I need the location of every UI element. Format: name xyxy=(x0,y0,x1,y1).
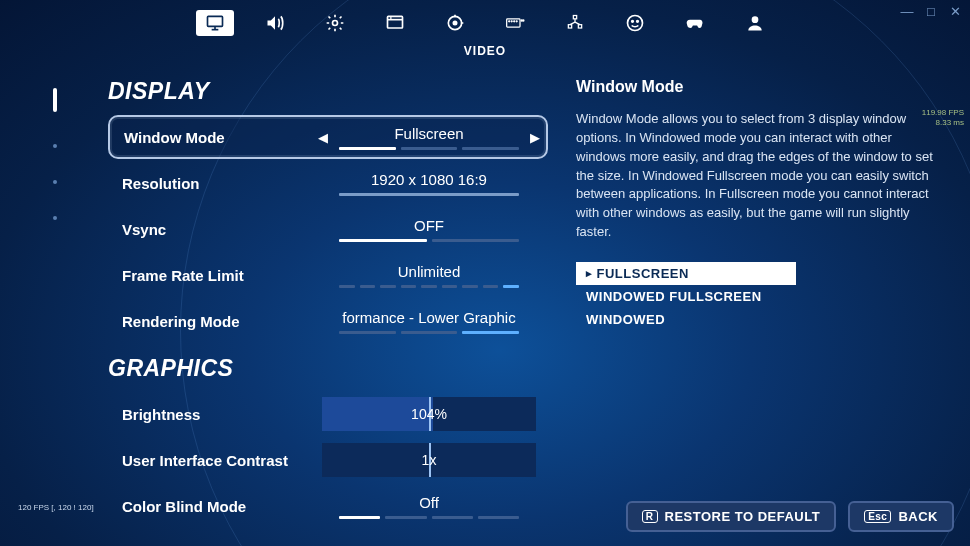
option-list: FULLSCREEN WINDOWED FULLSCREEN WINDOWED xyxy=(576,262,796,331)
key-hint: R xyxy=(642,510,658,523)
tab-keyboard[interactable] xyxy=(496,10,534,36)
perf-overlay-top: 119.98 FPS 8.33 ms xyxy=(922,108,964,127)
row-rendering-mode[interactable]: Rendering Mode formance - Lower Graphic xyxy=(108,299,548,343)
desc-body: Window Mode allows you to select from 3 … xyxy=(576,110,936,242)
svg-point-12 xyxy=(514,21,515,22)
svg-point-24 xyxy=(637,21,639,23)
svg-point-22 xyxy=(628,16,643,31)
value-window-mode: Fullscreen xyxy=(394,125,463,142)
value-ui-contrast: 1x xyxy=(422,452,437,468)
svg-point-14 xyxy=(521,20,522,21)
svg-rect-16 xyxy=(573,16,576,19)
tab-accessibility[interactable] xyxy=(616,10,654,36)
tab-replays[interactable] xyxy=(436,10,474,36)
option-windowed-fullscreen[interactable]: WINDOWED FULLSCREEN xyxy=(576,285,796,308)
tab-ui[interactable] xyxy=(376,10,414,36)
tab-social[interactable] xyxy=(556,10,594,36)
value-resolution: 1920 x 1080 16:9 xyxy=(371,171,487,188)
desc-title: Window Mode xyxy=(576,78,936,96)
subtab-dot[interactable] xyxy=(53,144,57,148)
subtab-dot[interactable] xyxy=(53,180,57,184)
tab-game[interactable] xyxy=(316,10,354,36)
label-rendering-mode: Rendering Mode xyxy=(122,313,322,330)
label-brightness: Brightness xyxy=(122,406,322,423)
svg-point-11 xyxy=(511,21,512,22)
svg-line-20 xyxy=(570,22,575,25)
tab-audio[interactable] xyxy=(256,10,294,36)
row-frame-rate[interactable]: Frame Rate Limit Unlimited xyxy=(108,253,548,297)
row-ui-contrast[interactable]: User Interface Contrast 1x xyxy=(108,438,548,482)
row-vsync[interactable]: Vsync OFF xyxy=(108,207,548,251)
svg-point-13 xyxy=(516,21,517,22)
label-color-blind: Color Blind Mode xyxy=(122,498,322,515)
svg-rect-0 xyxy=(208,16,223,26)
section-title-display: DISPLAY xyxy=(108,78,548,105)
label-window-mode: Window Mode xyxy=(124,129,324,146)
svg-point-3 xyxy=(333,21,338,26)
restore-default-button[interactable]: R RESTORE TO DEFAULT xyxy=(626,501,836,532)
tab-controller[interactable] xyxy=(676,10,714,36)
svg-point-8 xyxy=(453,21,456,24)
svg-point-10 xyxy=(509,21,510,22)
svg-rect-9 xyxy=(507,19,520,27)
svg-point-25 xyxy=(752,16,759,23)
slider-ui-contrast[interactable]: 1x xyxy=(322,443,536,477)
option-windowed[interactable]: WINDOWED xyxy=(576,308,796,331)
svg-line-21 xyxy=(575,22,580,25)
row-resolution[interactable]: Resolution 1920 x 1080 16:9 xyxy=(108,161,548,205)
row-cb-strength[interactable]: Color Blind Strength 5 xyxy=(108,530,548,546)
section-title-graphics: GRAPHICS xyxy=(108,355,548,382)
tab-account[interactable] xyxy=(736,10,774,36)
settings-list: DISPLAY Window Mode ◀▶ Fullscreen Resolu… xyxy=(108,78,548,546)
label-resolution: Resolution xyxy=(122,175,322,192)
active-tab-label: VIDEO xyxy=(0,44,970,58)
svg-point-23 xyxy=(632,21,634,23)
key-hint: Esc xyxy=(864,510,891,523)
option-fullscreen[interactable]: FULLSCREEN xyxy=(576,262,796,285)
subtab-dot[interactable] xyxy=(53,216,57,220)
settings-tab-bar xyxy=(0,10,970,36)
value-brightness: 104% xyxy=(411,406,447,422)
row-brightness[interactable]: Brightness 104% xyxy=(108,392,548,436)
svg-rect-18 xyxy=(578,25,581,28)
value-rendering-mode: formance - Lower Graphic xyxy=(342,309,515,326)
arrow-right-icon[interactable]: ▶ xyxy=(530,130,540,145)
value-frame-rate: Unlimited xyxy=(398,263,461,280)
svg-point-15 xyxy=(523,20,524,21)
row-window-mode[interactable]: Window Mode ◀▶ Fullscreen xyxy=(108,115,548,159)
row-color-blind[interactable]: Color Blind Mode Off xyxy=(108,484,548,528)
description-panel: Window Mode Window Mode allows you to se… xyxy=(576,78,936,546)
svg-rect-4 xyxy=(388,16,403,28)
tab-video[interactable] xyxy=(196,10,234,36)
subtab-active-indicator[interactable] xyxy=(53,88,57,112)
left-subtabs xyxy=(50,88,60,220)
perf-overlay-bottom: 120 FPS [, 120 ! 120] xyxy=(18,503,94,512)
slider-brightness[interactable]: 104% xyxy=(322,397,536,431)
label-vsync: Vsync xyxy=(122,221,322,238)
back-button[interactable]: Esc BACK xyxy=(848,501,954,532)
value-color-blind: Off xyxy=(419,494,439,511)
label-ui-contrast: User Interface Contrast xyxy=(122,452,322,469)
value-vsync: OFF xyxy=(414,217,444,234)
label-frame-rate: Frame Rate Limit xyxy=(122,267,322,284)
svg-rect-17 xyxy=(568,25,571,28)
